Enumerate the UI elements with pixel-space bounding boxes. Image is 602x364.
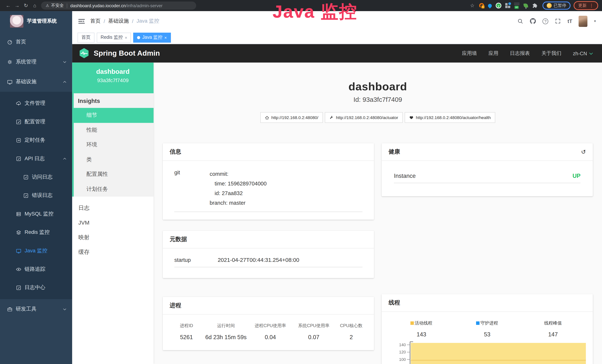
sidebar-item-redis-monitor[interactable]: Redis 监控 xyxy=(0,223,72,241)
kebab-menu-icon[interactable]: ⋮ xyxy=(589,3,594,8)
tab-java-monitor[interactable]: Java 监控 × xyxy=(133,32,171,43)
live-threads-label[interactable]: 活动线程 xyxy=(415,321,432,325)
app-logo-row[interactable]: 芋道管理系统 xyxy=(0,11,72,28)
sidebar-item-file-management[interactable]: 文件管理 xyxy=(0,94,72,112)
browser-back-icon[interactable]: ← xyxy=(4,0,13,11)
extension-leaf-icon[interactable] xyxy=(523,3,528,8)
sba-item-details[interactable]: 细节 xyxy=(72,108,153,123)
column-header: CPU核心数 xyxy=(335,323,367,329)
locale-label: zh-CN xyxy=(573,50,587,56)
sba-nav-wallboard[interactable]: 应用墙 xyxy=(462,50,477,57)
sba-nav-journal[interactable]: 日志报表 xyxy=(510,50,530,57)
extension-orange-icon[interactable]: 1 xyxy=(479,3,484,8)
browser-home-icon[interactable]: ⌂ xyxy=(30,0,39,11)
extension-grid-icon[interactable] xyxy=(505,3,510,8)
process-id-value: 5261 xyxy=(170,334,203,340)
sba-instance-header[interactable]: dashboard 93a3fc7f7409 xyxy=(72,63,153,94)
fullscreen-icon[interactable] xyxy=(555,18,561,24)
sba-nav-applications[interactable]: 应用 xyxy=(488,50,498,57)
extensions-puzzle-icon[interactable] xyxy=(532,3,538,8)
sidebar-item-scheduled-jobs[interactable]: 定时任务 xyxy=(0,131,72,149)
bookmark-star-icon[interactable]: ☆ xyxy=(470,3,474,8)
sidebar-item-dev-tools[interactable]: 研发工具 xyxy=(0,299,72,319)
sidebar-item-label: 研发工具 xyxy=(16,306,36,312)
sidebar-item-log-center[interactable]: 日志中心 xyxy=(0,278,72,297)
status-badge: UP xyxy=(572,172,580,179)
tab-label: 首页 xyxy=(81,34,91,41)
update-button[interactable]: 更新 ⋮ xyxy=(574,1,598,10)
column-header: 进程CPU使用率 xyxy=(249,323,292,329)
sidebar-item-mysql-monitor[interactable]: MySQL 监控 xyxy=(0,205,72,223)
sidebar-item-trace[interactable]: 链路追踪 xyxy=(0,260,72,278)
not-secure-warning-icon: ⚠ xyxy=(46,3,49,8)
sidebar-item-api-logs[interactable]: API 日志 xyxy=(0,150,72,168)
sidebar-item-label: 定时任务 xyxy=(25,137,45,143)
tags-view-bar: 首页 Redis 监控 × Java 监控 × xyxy=(72,31,602,44)
tab-label: Redis 监控 xyxy=(101,34,123,41)
sba-brand[interactable]: Spring Boot Admin xyxy=(94,49,160,58)
sidebar-item-label: 首页 xyxy=(16,38,26,45)
tab-label: Java 监控 xyxy=(142,34,162,41)
chevron-down-icon xyxy=(589,51,594,56)
info-value: commit: time: 1596289704000 id: 27aa832 … xyxy=(210,169,267,208)
service-url-button[interactable]: http://192.168.0.2:48080/ xyxy=(260,112,323,123)
breadcrumb-home[interactable]: 首页 xyxy=(90,18,101,24)
infrastructure-submenu: 文件管理 配置管理 定时任务 API 日志 xyxy=(0,92,72,299)
sidebar-item-home[interactable]: 首页 xyxy=(0,32,72,52)
browser-reload-icon[interactable]: ↻ xyxy=(22,0,30,11)
header-actions: ? tT ▾ xyxy=(517,16,596,27)
sba-item-classes[interactable]: 类 xyxy=(72,152,153,167)
paused-badge[interactable]: 已暂停 xyxy=(542,1,570,10)
sidebar-item-config-management[interactable]: 配置管理 xyxy=(0,113,72,131)
peak-threads-label[interactable]: 线程峰值 xyxy=(544,321,562,325)
close-icon[interactable]: × xyxy=(125,35,127,40)
git-branch-line: branch: master xyxy=(210,198,267,208)
server-icon xyxy=(16,211,22,217)
hamburger-icon[interactable] xyxy=(78,18,85,24)
sba-item-scheduled-tasks[interactable]: 计划任务 xyxy=(72,182,153,197)
sba-nav-about[interactable]: 关于我们 xyxy=(541,50,561,57)
breadcrumb-separator: / xyxy=(132,18,133,24)
user-avatar[interactable] xyxy=(579,16,588,27)
avatar-caret-icon[interactable]: ▾ xyxy=(594,19,596,23)
sba-item-caches[interactable]: 缓存 xyxy=(72,245,153,260)
font-size-icon[interactable]: tT xyxy=(568,18,572,24)
github-icon[interactable] xyxy=(530,18,536,24)
sba-item-performance[interactable]: 性能 xyxy=(72,123,153,138)
close-icon[interactable]: × xyxy=(164,35,167,40)
tab-redis-monitor[interactable]: Redis 监控 × xyxy=(97,32,131,43)
threads-card: 线程 活动线程 143 守护进程 xyxy=(382,294,593,364)
sba-item-jvm[interactable]: JVM xyxy=(72,215,153,230)
locale-selector[interactable]: zh-CN xyxy=(573,50,593,56)
not-secure-label[interactable]: 不安全 xyxy=(51,3,64,8)
url-host[interactable]: dashboard.yudao.iocoder.cn xyxy=(70,3,126,8)
health-url-button[interactable]: http://192.168.0.2:48080/actuator/health xyxy=(405,112,495,123)
sba-item-config-props[interactable]: 配置属性 xyxy=(72,167,153,182)
extension-switch-icon[interactable]: on xyxy=(514,3,520,8)
extension-pin-icon[interactable] xyxy=(487,3,493,8)
health-card: 健康 ↺ Instance UP xyxy=(382,143,593,196)
history-icon[interactable]: ↺ xyxy=(581,148,586,155)
sba-item-logs[interactable]: 日志 xyxy=(72,201,153,215)
daemon-threads-label[interactable]: 守护进程 xyxy=(481,321,498,325)
extension-youdao-icon[interactable]: y xyxy=(495,3,501,8)
address-bar[interactable]: ⚠ 不安全 dashboard.yudao.iocoder.cn /infra/… xyxy=(41,1,196,10)
cpu-cores-value: 2 xyxy=(335,334,367,340)
row-divider xyxy=(394,183,580,183)
breadcrumb-infrastructure[interactable]: 基础设施 xyxy=(108,18,129,24)
sidebar-item-system-management[interactable]: 系统管理 xyxy=(0,52,72,72)
sidebar-item-error-logs[interactable]: 错误日志 xyxy=(0,186,72,204)
sba-item-mappings[interactable]: 映射 xyxy=(72,230,153,245)
search-icon[interactable] xyxy=(517,18,523,24)
actuator-url: http://192.168.0.2:48080/actuator xyxy=(336,115,398,120)
sba-item-environment[interactable]: 环境 xyxy=(72,137,153,152)
url-path[interactable]: /infra/admin-server xyxy=(126,3,163,8)
sidebar-item-access-logs[interactable]: 访问日志 xyxy=(0,168,72,186)
browser-forward-icon[interactable]: → xyxy=(13,0,22,11)
tab-home[interactable]: 首页 xyxy=(77,32,94,43)
sidebar-item-infrastructure[interactable]: 基础设施 xyxy=(0,72,72,92)
actuator-url-button[interactable]: http://192.168.0.2:48080/actuator xyxy=(325,112,403,123)
help-icon[interactable]: ? xyxy=(542,18,548,24)
gear-icon xyxy=(7,59,13,65)
sidebar-item-java-monitor[interactable]: Java 监控 xyxy=(0,242,72,260)
